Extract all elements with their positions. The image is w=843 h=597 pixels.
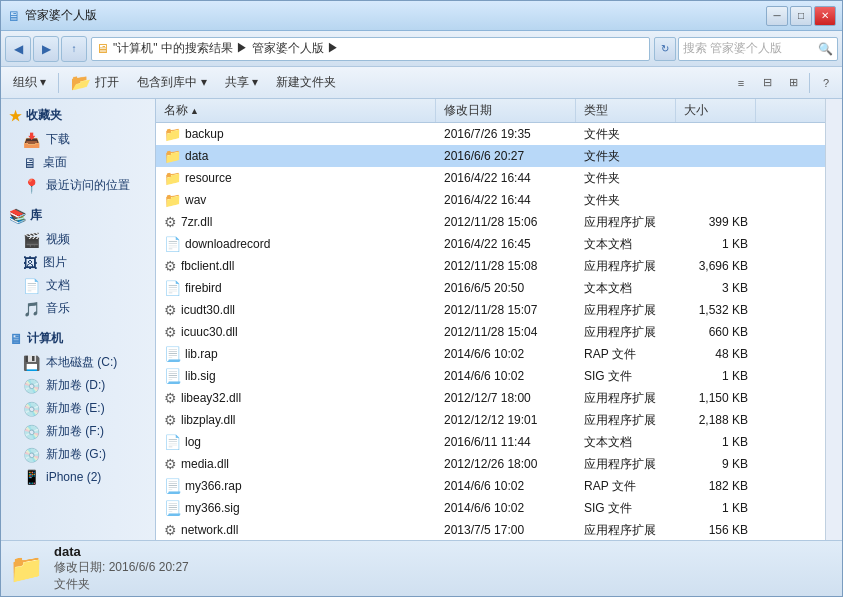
file-cell-size: 2,188 KB	[676, 413, 756, 427]
title-bar-left: 🖥 管家婆个人版	[7, 7, 97, 24]
scrollbar-vertical[interactable]	[825, 99, 842, 540]
maximize-button[interactable]: □	[790, 6, 812, 26]
file-icon: ⚙	[164, 456, 177, 472]
sidebar-item-drive-c[interactable]: 💾 本地磁盘 (C:)	[1, 351, 155, 374]
sidebar-item-label: 下载	[46, 131, 70, 148]
sidebar-item-iphone[interactable]: 📱 iPhone (2)	[1, 466, 155, 488]
sidebar-item-drive-g[interactable]: 💿 新加卷 (G:)	[1, 443, 155, 466]
organize-menu[interactable]: 组织 ▾	[5, 70, 54, 96]
sidebar-favorites-label: 收藏夹	[26, 107, 62, 124]
file-cell-name: 📁 wav	[156, 192, 436, 208]
sidebar-item-label: 新加卷 (G:)	[46, 446, 106, 463]
share-label: 共享 ▾	[225, 74, 258, 91]
sidebar-item-label: 本地磁盘 (C:)	[46, 354, 117, 371]
include-library-menu[interactable]: 包含到库中 ▾	[129, 70, 214, 96]
sidebar-favorites-section: ★ 收藏夹 📥 下载 🖥 桌面 📍 最近访问的位置	[1, 103, 155, 197]
file-cell-date: 2016/4/22 16:44	[436, 193, 576, 207]
file-row[interactable]: ⚙ icuuc30.dll 2012/11/28 15:04 应用程序扩展 66…	[156, 321, 825, 343]
file-row[interactable]: 📁 data 2016/6/6 20:27 文件夹	[156, 145, 825, 167]
file-row[interactable]: 📄 downloadrecord 2016/4/22 16:45 文本文档 1 …	[156, 233, 825, 255]
file-cell-date: 2016/4/22 16:44	[436, 171, 576, 185]
sidebar-item-label: 视频	[46, 231, 70, 248]
sidebar: ★ 收藏夹 📥 下载 🖥 桌面 📍 最近访问的位置	[1, 99, 156, 540]
address-bar[interactable]: 🖥 "计算机" 中的搜索结果 ▶ 管家婆个人版 ▶	[91, 37, 650, 61]
col-header-type[interactable]: 类型	[576, 99, 676, 122]
file-row[interactable]: ⚙ media.dll 2012/12/26 18:00 应用程序扩展 9 KB	[156, 453, 825, 475]
file-name: log	[185, 435, 201, 449]
file-name: wav	[185, 193, 206, 207]
sidebar-item-music[interactable]: 🎵 音乐	[1, 297, 155, 320]
file-name: media.dll	[181, 457, 229, 471]
file-cell-type: SIG 文件	[576, 500, 676, 517]
title-controls: ─ □ ✕	[766, 6, 836, 26]
file-row[interactable]: 📃 lib.sig 2014/6/6 10:02 SIG 文件 1 KB	[156, 365, 825, 387]
file-cell-type: 应用程序扩展	[576, 324, 676, 341]
open-icon: 📂	[71, 73, 91, 92]
file-icon: 📄	[164, 434, 181, 450]
close-button[interactable]: ✕	[814, 6, 836, 26]
file-cell-name: 📁 data	[156, 148, 436, 164]
sidebar-computer-section: 🖥 计算机 💾 本地磁盘 (C:) 💿 新加卷 (D:) 💿 新加卷 (E:) …	[1, 326, 155, 488]
sidebar-item-desktop[interactable]: 🖥 桌面	[1, 151, 155, 174]
file-cell-name: 📄 downloadrecord	[156, 236, 436, 252]
folder-icon: 🖼	[23, 255, 37, 271]
file-cell-date: 2014/6/6 10:02	[436, 347, 576, 361]
help-button[interactable]: ?	[814, 72, 838, 94]
view-list-button[interactable]: ≡	[729, 72, 753, 94]
file-row[interactable]: ⚙ 7zr.dll 2012/11/28 15:06 应用程序扩展 399 KB	[156, 211, 825, 233]
search-bar[interactable]: 搜索 管家婆个人版 🔍	[678, 37, 838, 61]
status-detail2: 文件夹	[54, 576, 189, 593]
view-detail-button[interactable]: ⊟	[755, 72, 779, 94]
sidebar-computer-header[interactable]: 🖥 计算机	[1, 326, 155, 351]
file-row[interactable]: 📁 backup 2016/7/26 19:35 文件夹	[156, 123, 825, 145]
file-row[interactable]: 📄 firebird 2016/6/5 20:50 文本文档 3 KB	[156, 277, 825, 299]
drive-icon: 💿	[23, 447, 40, 463]
file-row[interactable]: ⚙ fbclient.dll 2012/11/28 15:08 应用程序扩展 3…	[156, 255, 825, 277]
col-header-size[interactable]: 大小	[676, 99, 756, 122]
file-cell-size: 182 KB	[676, 479, 756, 493]
file-cell-name: ⚙ icudt30.dll	[156, 302, 436, 318]
share-menu[interactable]: 共享 ▾	[217, 70, 266, 96]
col-header-date[interactable]: 修改日期	[436, 99, 576, 122]
col-header-name[interactable]: 名称 ▲	[156, 99, 436, 122]
file-row[interactable]: ⚙ icudt30.dll 2012/11/28 15:07 应用程序扩展 1,…	[156, 299, 825, 321]
file-cell-date: 2016/4/22 16:45	[436, 237, 576, 251]
include-library-label: 包含到库中 ▾	[137, 74, 206, 91]
file-row[interactable]: 📃 my366.rap 2014/6/6 10:02 RAP 文件 182 KB	[156, 475, 825, 497]
file-row[interactable]: 📁 wav 2016/4/22 16:44 文件夹	[156, 189, 825, 211]
sidebar-item-drive-e[interactable]: 💿 新加卷 (E:)	[1, 397, 155, 420]
new-folder-button[interactable]: 新建文件夹	[268, 70, 344, 96]
view-tiles-button[interactable]: ⊞	[781, 72, 805, 94]
up-button[interactable]: ↑	[61, 36, 87, 62]
back-button[interactable]: ◀	[5, 36, 31, 62]
file-row[interactable]: ⚙ libeay32.dll 2012/12/7 18:00 应用程序扩展 1,…	[156, 387, 825, 409]
sidebar-favorites-header[interactable]: ★ 收藏夹	[1, 103, 155, 128]
sidebar-item-video[interactable]: 🎬 视频	[1, 228, 155, 251]
file-row[interactable]: 📃 lib.rap 2014/6/6 10:02 RAP 文件 48 KB	[156, 343, 825, 365]
sidebar-item-download[interactable]: 📥 下载	[1, 128, 155, 151]
status-folder-icon: 📁	[9, 552, 44, 585]
col-size-label: 大小	[684, 102, 708, 119]
sidebar-item-pictures[interactable]: 🖼 图片	[1, 251, 155, 274]
file-name: lib.sig	[185, 369, 216, 383]
search-icon: 🔍	[818, 42, 833, 56]
sidebar-item-documents[interactable]: 📄 文档	[1, 274, 155, 297]
sidebar-library-header[interactable]: 📚 库	[1, 203, 155, 228]
refresh-button[interactable]: ↻	[654, 37, 676, 61]
forward-button[interactable]: ▶	[33, 36, 59, 62]
file-row[interactable]: ⚙ network.dll 2013/7/5 17:00 应用程序扩展 156 …	[156, 519, 825, 540]
sidebar-item-drive-d[interactable]: 💿 新加卷 (D:)	[1, 374, 155, 397]
file-row[interactable]: 📃 my366.sig 2014/6/6 10:02 SIG 文件 1 KB	[156, 497, 825, 519]
sidebar-item-drive-f[interactable]: 💿 新加卷 (F:)	[1, 420, 155, 443]
file-cell-date: 2016/6/5 20:50	[436, 281, 576, 295]
address-folder-icon: 🖥	[96, 41, 109, 56]
open-button[interactable]: 📂 打开	[63, 70, 127, 96]
col-name-label: 名称	[164, 102, 188, 119]
file-row[interactable]: 📁 resource 2016/4/22 16:44 文件夹	[156, 167, 825, 189]
file-row[interactable]: 📄 log 2016/6/11 11:44 文本文档 1 KB	[156, 431, 825, 453]
file-row[interactable]: ⚙ libzplay.dll 2012/12/12 19:01 应用程序扩展 2…	[156, 409, 825, 431]
file-cell-type: 应用程序扩展	[576, 412, 676, 429]
file-cell-type: 应用程序扩展	[576, 522, 676, 539]
minimize-button[interactable]: ─	[766, 6, 788, 26]
sidebar-item-recent[interactable]: 📍 最近访问的位置	[1, 174, 155, 197]
